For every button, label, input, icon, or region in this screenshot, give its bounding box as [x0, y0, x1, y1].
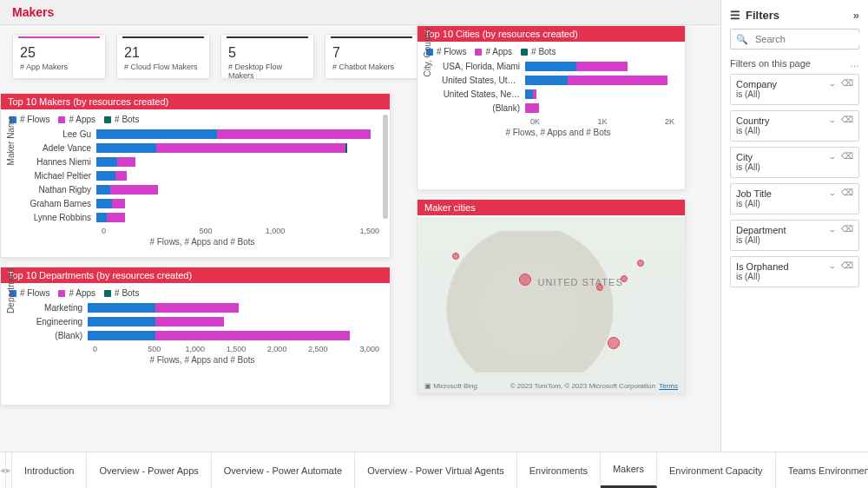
- kpi-card[interactable]: 21 # Cloud Flow Makers: [116, 34, 210, 79]
- panel-top-makers[interactable]: Top 10 Makers (by resources created) # F…: [0, 93, 391, 258]
- bar-row[interactable]: Engineering: [25, 315, 379, 327]
- filter-value: is (All): [736, 162, 853, 172]
- filter-card[interactable]: Job Title ⌄ ⌫ is (All): [730, 183, 859, 214]
- page-tab[interactable]: Environment Capacity: [657, 452, 776, 488]
- filter-value: is (All): [736, 199, 853, 208]
- bar-category-label: Michael Peltier: [25, 171, 96, 181]
- chevron-down-icon[interactable]: ⌄: [828, 262, 836, 270]
- filter-value: is (All): [736, 235, 853, 245]
- bar-row[interactable]: Michael Peltier: [25, 169, 379, 181]
- bar-category-label: Lee Gu: [25, 129, 96, 139]
- filters-more-icon[interactable]: …: [850, 58, 859, 69]
- bar-row[interactable]: (Blank): [25, 329, 379, 341]
- clear-filter-icon[interactable]: ⌫: [841, 151, 853, 162]
- bar-row[interactable]: Hannes Niemi: [25, 155, 379, 168]
- chevron-down-icon[interactable]: ⌄: [828, 153, 836, 161]
- y-axis-label: Maker Name: [6, 115, 16, 165]
- clear-filter-icon[interactable]: ⌫: [841, 115, 853, 126]
- report-content: 25 # App Makers21 # Cloud Flow Makers5 #…: [0, 25, 720, 449]
- map-city-dot[interactable]: [452, 253, 459, 260]
- filter-value: is (All): [736, 89, 853, 99]
- bar-category-label: Hannes Niemi: [25, 157, 96, 167]
- page-tab[interactable]: Overview - Power Virtual Agents: [355, 452, 517, 488]
- kpi-card[interactable]: 5 # Desktop Flow Makers: [220, 34, 314, 79]
- page-tabs: ◂ ▸ IntroductionOverview - Power AppsOve…: [0, 452, 868, 488]
- kpi-value: 25: [20, 45, 98, 61]
- bar-row[interactable]: Graham Barnes: [25, 197, 379, 209]
- bar-segment: [155, 317, 223, 326]
- x-tick: 3,000: [339, 345, 379, 353]
- kpi-label: # Chatbot Makers: [332, 63, 411, 71]
- scrollbar[interactable]: [383, 115, 388, 219]
- chevron-down-icon[interactable]: ⌄: [828, 116, 836, 124]
- bar-segment: [110, 185, 158, 195]
- clear-filter-icon[interactable]: ⌫: [841, 188, 853, 199]
- filter-card[interactable]: Department ⌄ ⌫ is (All): [730, 220, 859, 251]
- bar-row[interactable]: Marketing: [25, 301, 379, 313]
- bar-segment: [525, 103, 539, 113]
- bar-row[interactable]: United States, Ne…: [442, 88, 674, 100]
- x-tick: 1,500: [310, 227, 379, 235]
- chevron-down-icon[interactable]: ⌄: [828, 226, 836, 234]
- filter-card[interactable]: Is Orphaned ⌄ ⌫ is (All): [730, 256, 859, 287]
- tab-scroll-right[interactable]: ▸: [6, 452, 12, 488]
- panel-maker-cities-map[interactable]: Maker cities UNITED STATES ▣ Microsoft B…: [417, 199, 686, 394]
- collapse-filters-icon[interactable]: »: [853, 9, 859, 22]
- panel-top-departments[interactable]: Top 10 Departments (by resources created…: [0, 267, 391, 406]
- filter-card[interactable]: Company ⌄ ⌫ is (All): [730, 74, 859, 105]
- tab-scroll-left[interactable]: ◂: [0, 452, 6, 488]
- kpi-card[interactable]: 25 # App Makers: [12, 34, 106, 79]
- bar-row[interactable]: (Blank): [442, 102, 674, 114]
- bar-row[interactable]: Nathan Rigby: [25, 183, 379, 195]
- x-tick: 1,500: [215, 345, 256, 353]
- map[interactable]: UNITED STATES ▣ Microsoft Bing © 2023 To…: [418, 217, 685, 393]
- page-tab[interactable]: Teams Environments: [776, 452, 868, 488]
- bar-segment: [576, 62, 628, 71]
- legend: # Flows # Apps # Bots: [1, 283, 390, 300]
- filter-card[interactable]: City ⌄ ⌫ is (All): [730, 147, 859, 178]
- chart-top-makers: Maker Name Lee GuAdele VanceHannes Niemi…: [1, 126, 390, 254]
- map-terms-link[interactable]: Terms: [659, 382, 678, 390]
- page-tab[interactable]: Makers: [601, 452, 657, 488]
- bar-row[interactable]: United States, Uta…: [442, 74, 674, 86]
- page-tab[interactable]: Environments: [517, 452, 601, 488]
- bar-row[interactable]: Adele Vance: [25, 142, 379, 154]
- kpi-card[interactable]: 7 # Chatbot Makers: [325, 34, 418, 79]
- x-tick: 2,500: [298, 345, 339, 353]
- chart-top-departments: Department MarketingEngineering(Blank) 0…: [1, 300, 390, 372]
- bar-segment: [525, 62, 576, 71]
- map-city-dot[interactable]: [637, 260, 644, 267]
- map-provider: ▣ Microsoft Bing: [424, 382, 477, 390]
- panel-header: Top 10 Makers (by resources created): [1, 94, 390, 109]
- filter-card[interactable]: Country ⌄ ⌫ is (All): [730, 110, 859, 142]
- map-city-dot[interactable]: [608, 337, 620, 349]
- chevron-down-icon[interactable]: ⌄: [828, 189, 836, 197]
- bar-row[interactable]: USA, Florida, Miami: [442, 60, 674, 72]
- x-tick: 2K: [627, 117, 674, 126]
- clear-filter-icon[interactable]: ⌫: [841, 260, 853, 272]
- bar-category-label: (Blank): [25, 331, 88, 340]
- x-axis-label: # Flows, # Apps and # Bots: [442, 126, 674, 141]
- clear-filter-icon[interactable]: ⌫: [841, 224, 853, 235]
- page-title: Makers: [0, 0, 720, 25]
- clear-filter-icon[interactable]: ⌫: [841, 78, 853, 89]
- bar-row[interactable]: Lee Gu: [25, 128, 379, 140]
- bar-segment: [96, 157, 117, 167]
- bar-segment: [568, 76, 667, 85]
- map-city-dot[interactable]: [519, 274, 531, 286]
- filter-value: is (All): [736, 272, 853, 281]
- page-tab[interactable]: Overview - Power Apps: [87, 452, 211, 488]
- report-canvas: Makers 25 # App Makers21 # Cloud Flow Ma…: [0, 0, 720, 452]
- kpi-value: 5: [228, 45, 306, 61]
- filters-search[interactable]: 🔍: [730, 29, 859, 49]
- filter-name: City: [736, 152, 753, 162]
- bar-segment: [96, 129, 217, 139]
- chevron-down-icon[interactable]: ⌄: [828, 80, 836, 88]
- page-tab[interactable]: Overview - Power Automate: [212, 452, 355, 488]
- search-input[interactable]: [753, 33, 868, 45]
- bar-segment: [96, 199, 112, 208]
- page-tab[interactable]: Introduction: [12, 452, 87, 488]
- bar-row[interactable]: Lynne Robbins: [25, 211, 379, 223]
- panel-top-cities[interactable]: Top 10 Cities (by resources created) # F…: [417, 25, 686, 190]
- map-attribution: © 2023 TomTom, © 2023 Microsoft Corporat…: [510, 382, 678, 390]
